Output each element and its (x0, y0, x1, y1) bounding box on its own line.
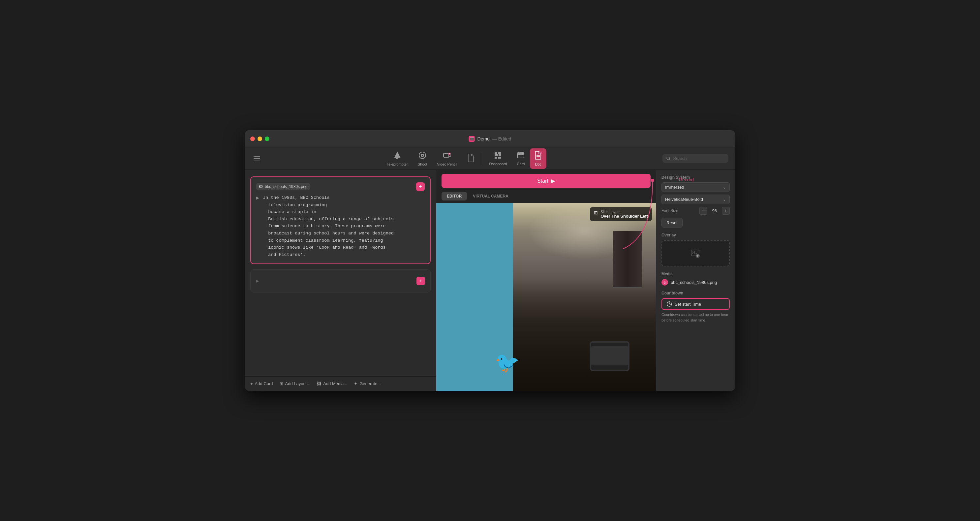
add-media-button[interactable]: 🖼 Add Media... (317, 381, 347, 386)
countdown-section: Countdown Set start Time Countdown can b… (662, 291, 730, 323)
media-label: Media (662, 272, 730, 276)
add-layout-icon: ⊞ (280, 381, 283, 386)
start-button[interactable]: Start ▶ (442, 174, 651, 188)
tab-virtual-camera-label: VIRTUAL CAMERA (473, 194, 509, 199)
cards-bottom-toolbar: + Add Card ⊞ Add Layout... 🖼 Add Media..… (245, 376, 436, 391)
countdown-hint: Countdown can be started up to one hour … (662, 312, 730, 323)
font-select-wrapper: HelveticaNeue-Bold Helvetica Arial (662, 194, 730, 204)
close-button[interactable] (250, 137, 255, 141)
doc-label: Doc (535, 162, 542, 166)
dashboard-icon (494, 151, 502, 161)
media-icon-circle: ⊙ (662, 279, 668, 285)
overlay-label: Overlay (662, 233, 730, 237)
toolbar-divider (482, 153, 482, 164)
search-input[interactable] (673, 156, 724, 161)
minimize-button[interactable] (258, 137, 262, 141)
title-bar-center: 🎬 Demo — Edited (469, 136, 511, 142)
svg-rect-1 (254, 158, 260, 159)
slide-layout-label: Slide Layout (600, 210, 648, 213)
design-system-select[interactable]: Immersed (662, 182, 730, 192)
card-1[interactable]: 🖼 bbc_schools_1980s.png + ▶ In the 1980s… (250, 177, 431, 264)
slide-layout-badge: ⊞ Slide Layout Over The Shoulder Left (590, 207, 652, 221)
layout-info: Slide Layout Over The Shoulder Left (600, 210, 648, 218)
svg-rect-11 (498, 152, 501, 154)
start-play-icon: ▶ (551, 178, 555, 184)
font-size-value: 96 (710, 209, 719, 213)
clock-icon (667, 301, 672, 307)
toolbar-card[interactable]: Card (512, 149, 529, 169)
left-panel: 🖼 bbc_schools_1980s.png + ▶ In the 1980s… (245, 170, 436, 391)
font-size-increase-button[interactable]: + (722, 207, 730, 215)
reset-label: Reset (667, 220, 678, 225)
media-filename: bbc_schools_1980s.png (671, 280, 717, 285)
generate-label: Generate... (360, 381, 381, 386)
card-1-add-button[interactable]: + (416, 182, 425, 191)
card-icon (517, 151, 525, 161)
toolbar-group: Teleprompter Shoot (267, 148, 661, 169)
center-toolbar: Start ▶ (436, 170, 656, 192)
toolbar-video-pencil[interactable]: Video Pencil (433, 148, 462, 169)
classroom-image (513, 203, 656, 391)
toolbar-dashboard[interactable]: Dashboard (485, 149, 512, 169)
app-window: 🎬 Demo — Edited Tele (245, 130, 735, 391)
font-size-decrease-button[interactable]: − (699, 207, 707, 215)
title-bar: 🎬 Demo — Edited (245, 130, 735, 147)
set-start-time-label: Set start Time (675, 302, 701, 307)
add-card-button[interactable]: + Add Card (250, 381, 273, 386)
maximize-button[interactable] (265, 137, 269, 141)
font-select[interactable]: HelveticaNeue-Bold Helvetica Arial (662, 194, 730, 204)
svg-rect-13 (499, 155, 501, 156)
doc-icon (535, 151, 542, 161)
tab-editor-label: EDITOR (447, 194, 461, 199)
preview-slide: 🐦 (436, 203, 656, 391)
add-media-icon: 🖼 (317, 381, 321, 386)
tab-virtual-camera[interactable]: VIRTUAL CAMERA (468, 192, 514, 201)
svg-point-21 (667, 157, 670, 159)
svg-point-6 (422, 155, 423, 156)
svg-rect-12 (495, 155, 498, 156)
tab-editor[interactable]: EDITOR (442, 192, 467, 201)
search-icon (667, 156, 670, 161)
add-layout-button[interactable]: ⊞ Add Layout... (280, 381, 310, 386)
design-system-select-wrapper: Immersed (662, 182, 730, 192)
design-system-label: Design System (662, 175, 730, 180)
teleprompter-label: Teleprompter (387, 162, 408, 166)
cards-area: 🖼 bbc_schools_1980s.png + ▶ In the 1980s… (245, 170, 436, 376)
overlay-drop-area[interactable] (662, 240, 730, 266)
card-1-media-badge: 🖼 bbc_schools_1980s.png (256, 183, 310, 190)
toolbar-doc[interactable]: Doc (530, 148, 546, 169)
add-layout-label: Add Layout... (285, 381, 310, 386)
card-2[interactable]: ▶ + (250, 269, 431, 293)
teleprompter-icon (393, 151, 402, 161)
search-bar[interactable] (662, 154, 729, 163)
card-label: Card (517, 162, 525, 166)
toolbar-file[interactable] (463, 151, 479, 166)
card-2-play-icon: ▶ (256, 279, 259, 283)
slide-left-bg: 🐦 (436, 203, 513, 391)
file-icon (467, 154, 474, 164)
traffic-lights (250, 137, 269, 141)
toolbar-shoot[interactable]: Shoot (413, 148, 432, 169)
tv-shape (590, 341, 630, 371)
svg-rect-14 (495, 157, 497, 159)
shoot-icon (418, 151, 427, 161)
set-start-time-button[interactable]: Set start Time (662, 298, 730, 310)
svg-line-22 (670, 159, 670, 160)
reset-button[interactable]: Reset (662, 218, 682, 228)
bookshelf (613, 231, 642, 288)
card-1-text: In the 1980s, BBC Schools television pro… (263, 194, 425, 258)
countdown-label: Countdown (662, 291, 730, 295)
overlay-section: Overlay (662, 233, 730, 266)
toolbar-teleprompter[interactable]: Teleprompter (382, 148, 412, 169)
card-1-header: 🖼 bbc_schools_1980s.png + (256, 182, 425, 191)
image-icon: 🖼 (259, 184, 263, 189)
svg-rect-3 (396, 158, 398, 159)
generate-button[interactable]: ✦ Generate... (354, 381, 381, 386)
generate-icon: ✦ (354, 381, 358, 386)
right-panel: Design System Immersed HelveticaNeue-Bol… (656, 170, 735, 391)
layout-icon: ⊞ (594, 210, 598, 215)
sidebar-toggle-button[interactable] (251, 153, 262, 164)
card-2-add-button[interactable]: + (417, 277, 425, 285)
font-size-row: Font Size − 96 + (662, 207, 730, 215)
video-pencil-icon (443, 151, 452, 161)
